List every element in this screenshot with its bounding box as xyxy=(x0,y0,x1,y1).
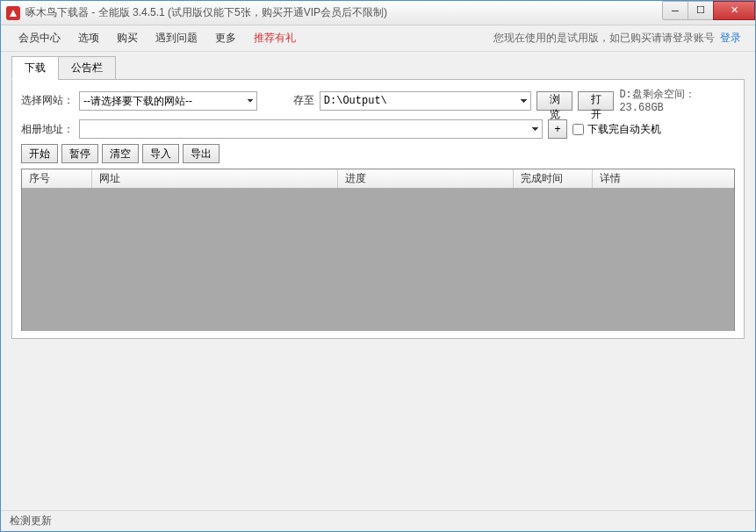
close-button[interactable]: ✕ xyxy=(713,1,755,20)
download-panel: 选择网站： --请选择要下载的网站-- 存至 浏览 打开 D:盘剩余空间：23.… xyxy=(11,79,745,339)
menu-options[interactable]: 选项 xyxy=(69,27,108,49)
site-select[interactable]: --请选择要下载的网站-- xyxy=(79,91,257,111)
disk-space: D:盘剩余空间：23.68GB xyxy=(619,87,735,114)
statusbar: 检测更新 xyxy=(1,510,755,531)
minimize-button[interactable]: ─ xyxy=(662,1,688,20)
pause-button[interactable]: 暂停 xyxy=(61,144,98,163)
window-controls: ─ ☐ ✕ xyxy=(663,1,755,20)
import-button[interactable]: 导入 xyxy=(142,144,179,163)
menubar: 会员中心 选项 购买 遇到问题 更多 推荐有礼 您现在使用的是试用版，如已购买请… xyxy=(1,25,755,52)
menu-purchase[interactable]: 购买 xyxy=(108,27,147,49)
table-header: 序号 网址 进度 完成时间 详情 xyxy=(22,169,734,189)
save-to-label: 存至 xyxy=(293,93,314,108)
maximize-button[interactable]: ☐ xyxy=(688,1,714,20)
add-button[interactable]: + xyxy=(548,119,567,139)
site-label: 选择网站： xyxy=(21,93,74,108)
titlebar-text: 啄木鸟下载器 - 全能版 3.4.5.1 (试用版仅能下5张，购买开通VIP会员… xyxy=(25,5,663,20)
auto-shutdown-label: 下载完自动关机 xyxy=(587,122,661,137)
col-url[interactable]: 网址 xyxy=(92,169,338,188)
table-body[interactable] xyxy=(22,189,734,331)
auto-shutdown-wrap[interactable]: 下载完自动关机 xyxy=(572,122,661,137)
col-details[interactable]: 详情 xyxy=(593,169,734,188)
tabs: 下载 公告栏 xyxy=(1,52,755,79)
start-button[interactable]: 开始 xyxy=(21,144,58,163)
titlebar: 啄木鸟下载器 - 全能版 3.4.5.1 (试用版仅能下5张，购买开通VIP会员… xyxy=(1,1,755,25)
auto-shutdown-checkbox[interactable] xyxy=(572,124,584,135)
open-button[interactable]: 打开 xyxy=(578,91,614,111)
tab-download[interactable]: 下载 xyxy=(11,56,59,80)
status-check-update[interactable]: 检测更新 xyxy=(10,514,52,528)
clear-button[interactable]: 清空 xyxy=(102,144,139,163)
browse-button[interactable]: 浏览 xyxy=(536,91,572,111)
tab-announcement[interactable]: 公告栏 xyxy=(58,56,116,80)
menu-more[interactable]: 更多 xyxy=(206,27,245,49)
menu-member-center[interactable]: 会员中心 xyxy=(10,27,69,49)
col-finish-time[interactable]: 完成时间 xyxy=(514,169,593,188)
menu-recommend[interactable]: 推荐有礼 xyxy=(245,27,305,49)
login-link[interactable]: 登录 xyxy=(720,31,741,46)
album-label: 相册地址： xyxy=(21,122,74,137)
save-to-input[interactable] xyxy=(320,91,531,111)
album-input[interactable] xyxy=(79,119,543,139)
trial-notice: 您现在使用的是试用版，如已购买请请登录账号 xyxy=(493,31,715,46)
app-icon xyxy=(6,6,20,20)
download-table: 序号 网址 进度 完成时间 详情 xyxy=(21,169,735,331)
app-window: 啄木鸟下载器 - 全能版 3.4.5.1 (试用版仅能下5张，购买开通VIP会员… xyxy=(0,0,756,532)
col-progress[interactable]: 进度 xyxy=(338,169,514,188)
col-index[interactable]: 序号 xyxy=(22,169,92,188)
action-row: 开始 暂停 清空 导入 导出 xyxy=(21,144,735,163)
export-button[interactable]: 导出 xyxy=(183,144,220,163)
menu-help[interactable]: 遇到问题 xyxy=(147,27,206,49)
